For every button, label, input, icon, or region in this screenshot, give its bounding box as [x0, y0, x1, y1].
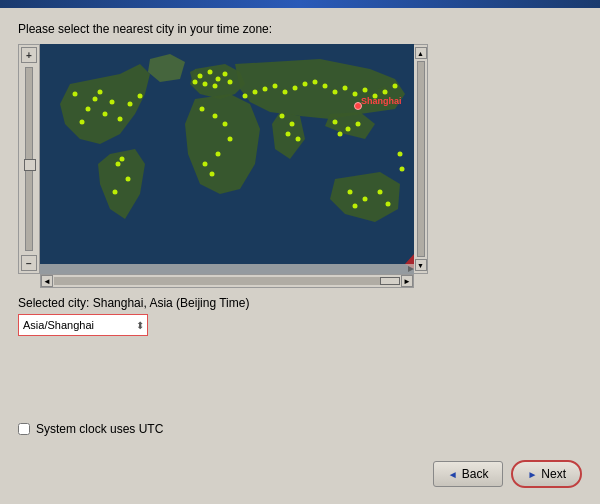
svg-point-45 — [393, 84, 398, 89]
svg-point-56 — [378, 190, 383, 195]
svg-point-16 — [208, 70, 213, 75]
utc-label: System clock uses UTC — [36, 422, 163, 436]
city-dropdown-row: Asia/Shanghai Asia/Hong_Kong Asia/Tokyo … — [18, 314, 582, 336]
svg-point-31 — [253, 90, 258, 95]
map-area[interactable]: Shanghai — [40, 44, 414, 274]
next-button[interactable]: ► Next — [511, 460, 582, 488]
svg-point-17 — [216, 77, 221, 82]
back-button[interactable]: ◄ Back — [433, 461, 504, 487]
svg-point-6 — [118, 117, 123, 122]
svg-point-55 — [363, 197, 368, 202]
svg-rect-64 — [40, 264, 414, 274]
map-wrapper: + − — [18, 44, 428, 288]
svg-point-50 — [333, 120, 338, 125]
svg-point-39 — [333, 90, 338, 95]
svg-point-9 — [128, 102, 133, 107]
svg-point-10 — [138, 94, 143, 99]
svg-point-58 — [353, 204, 358, 209]
svg-point-37 — [313, 80, 318, 85]
svg-point-24 — [213, 114, 218, 119]
utc-row: System clock uses UTC — [18, 422, 163, 436]
svg-point-23 — [200, 107, 205, 112]
city-select-wrapper[interactable]: Asia/Shanghai Asia/Hong_Kong Asia/Tokyo … — [18, 314, 148, 336]
scroll-left-button[interactable]: ◄ — [41, 275, 53, 287]
svg-point-4 — [110, 100, 115, 105]
svg-point-20 — [228, 80, 233, 85]
svg-text:Shanghai: Shanghai — [361, 96, 402, 106]
svg-point-51 — [346, 127, 351, 132]
svg-point-38 — [323, 84, 328, 89]
svg-point-1 — [93, 97, 98, 102]
svg-point-46 — [280, 114, 285, 119]
svg-point-22 — [213, 84, 218, 89]
svg-point-11 — [116, 162, 121, 167]
svg-point-28 — [203, 162, 208, 167]
svg-point-54 — [348, 190, 353, 195]
svg-point-48 — [286, 132, 291, 137]
svg-point-35 — [293, 86, 298, 91]
svg-point-42 — [363, 88, 368, 93]
zoom-track — [25, 67, 33, 251]
svg-point-52 — [356, 122, 361, 127]
svg-point-29 — [210, 172, 215, 177]
hscroll-track — [54, 277, 400, 285]
svg-point-57 — [386, 202, 391, 207]
selected-city-label: Selected city: Shanghai, Asia (Beijing T… — [18, 296, 582, 310]
svg-point-41 — [353, 92, 358, 97]
svg-point-18 — [203, 82, 208, 87]
zoom-panel: + − — [18, 44, 40, 274]
zoom-out-button[interactable]: − — [21, 255, 37, 271]
svg-point-44 — [383, 90, 388, 95]
svg-point-49 — [296, 137, 301, 142]
svg-point-60 — [400, 167, 405, 172]
top-bar — [0, 0, 600, 8]
utc-checkbox[interactable] — [18, 423, 30, 435]
scroll-down-button[interactable]: ▼ — [415, 259, 427, 271]
zoom-thumb[interactable] — [24, 159, 36, 171]
svg-point-59 — [398, 152, 403, 157]
svg-point-14 — [120, 157, 125, 162]
vscroll-track — [417, 61, 425, 257]
svg-point-36 — [303, 82, 308, 87]
bottom-nav: ◄ Back ► Next — [433, 460, 582, 488]
svg-point-2 — [86, 107, 91, 112]
svg-point-40 — [343, 86, 348, 91]
svg-point-27 — [216, 152, 221, 157]
svg-point-7 — [73, 92, 78, 97]
svg-point-5 — [80, 120, 85, 125]
city-select[interactable]: Asia/Shanghai Asia/Hong_Kong Asia/Tokyo … — [18, 314, 148, 336]
main-content: Please select the nearest city in your t… — [0, 8, 600, 346]
svg-point-33 — [273, 84, 278, 89]
svg-point-8 — [98, 90, 103, 95]
svg-point-19 — [223, 72, 228, 77]
next-arrow-icon: ► — [527, 469, 537, 480]
world-map-svg: Shanghai — [40, 44, 414, 274]
hscroll-thumb[interactable] — [380, 277, 400, 285]
bottom-scrollbar[interactable]: ◄ ► — [40, 274, 414, 288]
zoom-in-button[interactable]: + — [21, 47, 37, 63]
svg-point-26 — [228, 137, 233, 142]
right-scrollbar[interactable]: ▲ ▼ — [414, 44, 428, 274]
instruction-text: Please select the nearest city in your t… — [18, 22, 582, 36]
svg-point-47 — [290, 122, 295, 127]
svg-point-13 — [113, 190, 118, 195]
selected-city-text: Selected city: Shanghai, Asia (Beijing T… — [18, 296, 249, 310]
svg-point-30 — [243, 94, 248, 99]
svg-point-53 — [338, 132, 343, 137]
next-label: Next — [541, 467, 566, 481]
back-arrow-icon: ◄ — [448, 469, 458, 480]
svg-point-15 — [198, 74, 203, 79]
svg-point-25 — [223, 122, 228, 127]
svg-point-21 — [193, 80, 198, 85]
scroll-up-button[interactable]: ▲ — [415, 47, 427, 59]
back-label: Back — [462, 467, 489, 481]
svg-point-3 — [103, 112, 108, 117]
svg-point-12 — [126, 177, 131, 182]
svg-point-32 — [263, 87, 268, 92]
scroll-right-button[interactable]: ► — [401, 275, 413, 287]
svg-point-34 — [283, 90, 288, 95]
